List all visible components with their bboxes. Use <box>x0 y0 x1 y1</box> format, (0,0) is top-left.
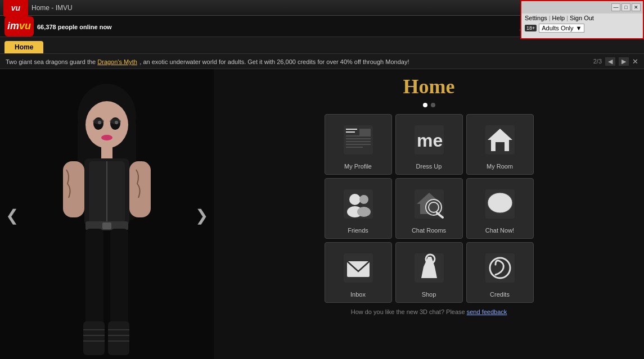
svg-rect-23 <box>83 321 105 355</box>
inbox-label: Inbox <box>350 291 366 298</box>
svg-rect-24 <box>108 321 129 355</box>
logo-text: vu <box>11 3 20 12</box>
nav-bar: Home <box>0 37 644 54</box>
feedback-bar: How do you like the new 3D chat? Please … <box>351 308 507 315</box>
main-content: ❮ <box>0 69 644 359</box>
notification-close-btn[interactable]: ✕ <box>632 57 638 66</box>
svg-rect-20 <box>102 222 111 229</box>
settings-link[interactable]: Settings <box>525 15 547 21</box>
inbox-icon <box>339 248 378 288</box>
svg-rect-32 <box>346 129 357 130</box>
tab-home[interactable]: Home <box>4 41 43 53</box>
grid-item-shop[interactable]: Shop <box>395 242 463 303</box>
dot-1 <box>423 103 427 107</box>
grid-item-chat-now[interactable]: Chat Now! <box>466 178 534 239</box>
dress-up-label: Dress Up <box>416 163 442 170</box>
svg-rect-17 <box>63 161 84 217</box>
filter-dropdown-box[interactable]: Adults Only ▼ <box>539 24 584 33</box>
my-profile-label: My Profile <box>344 163 372 170</box>
title-bar: vu Home - IMVU — □ ✕ Settings | Help | S… <box>0 0 644 16</box>
home-panel: Home <box>214 69 644 359</box>
notification-right: 2/3 ◀ ▶ ✕ <box>593 57 638 66</box>
svg-rect-22 <box>110 229 128 330</box>
svg-rect-34 <box>359 129 371 137</box>
svg-rect-37 <box>346 141 371 142</box>
my-profile-icon <box>339 120 378 160</box>
grid-item-inbox[interactable]: Inbox <box>325 242 392 303</box>
my-room-label: My Room <box>487 163 513 170</box>
shop-icon <box>409 248 449 288</box>
grid-item-dress-up[interactable]: me Dress Up <box>395 114 463 175</box>
filter-label: Adults Only <box>542 25 573 31</box>
dress-up-icon: me <box>409 120 449 160</box>
dropdown-arrow-icon: ▼ <box>576 25 582 31</box>
signout-link[interactable]: Sign Out <box>570 15 594 21</box>
home-title: Home <box>403 75 455 98</box>
top-bar-left: imvu 66,378 people online now <box>4 16 112 37</box>
svg-rect-13 <box>101 146 112 160</box>
svg-point-12 <box>101 135 112 140</box>
grid-item-my-room[interactable]: My Room <box>466 114 534 175</box>
home-grid: My Profile me Dress Up <box>325 114 534 303</box>
chat-rooms-label: Chat Rooms <box>412 227 446 234</box>
friends-label: Friends <box>348 227 368 234</box>
online-count-area: 66,378 people online now <box>37 21 112 31</box>
svg-rect-39 <box>346 147 363 148</box>
friends-icon <box>339 184 378 224</box>
svg-text:me: me <box>417 130 443 151</box>
settings-win-controls: — □ ✕ <box>521 1 643 13</box>
feedback-link[interactable]: send feedback <box>467 308 507 315</box>
settings-close-btn[interactable]: ✕ <box>632 3 641 11</box>
avatar-figure <box>39 80 174 359</box>
svg-rect-38 <box>346 144 371 145</box>
svg-point-49 <box>359 195 368 204</box>
credits-grid-icon <box>480 248 520 288</box>
left-arrow-btn[interactable]: ❮ <box>6 206 19 224</box>
settings-max-btn[interactable]: □ <box>622 3 631 11</box>
title-bar-title: Home - IMVU <box>31 4 73 12</box>
svg-point-11 <box>110 119 121 124</box>
avatar-panel: ❮ <box>0 69 214 359</box>
notification-next-btn[interactable]: ▶ <box>619 57 629 66</box>
dot-2 <box>431 103 435 107</box>
svg-rect-45 <box>496 142 505 151</box>
svg-point-5 <box>85 101 128 148</box>
notification-link[interactable]: Dragon's Myth <box>97 58 137 65</box>
svg-point-50 <box>357 207 371 217</box>
notification-bar: Two giant sea dragons guard the Dragon's… <box>0 54 644 69</box>
svg-rect-36 <box>346 138 371 139</box>
my-room-icon <box>480 120 520 160</box>
svg-rect-21 <box>85 229 103 330</box>
settings-panel: — □ ✕ Settings | Help | Sign Out 18+ Adu… <box>520 0 644 39</box>
grid-item-credits[interactable]: Credits <box>466 242 534 303</box>
svg-rect-35 <box>346 135 371 137</box>
chat-now-label: Chat Now! <box>485 227 514 234</box>
grid-item-chat-rooms[interactable]: Chat Rooms <box>395 178 463 239</box>
page-dots <box>423 103 435 107</box>
online-count: 66,378 people online now <box>37 24 112 30</box>
credits-grid-label: Credits <box>490 291 510 298</box>
imvu-logo-main: imvu <box>4 16 34 37</box>
adults-badge: 18+ <box>525 25 537 31</box>
notification-prev-btn[interactable]: ◀ <box>605 57 615 66</box>
shop-label: Shop <box>422 291 436 298</box>
imvu-logo: vu <box>3 0 28 17</box>
help-link[interactable]: Help <box>552 15 565 21</box>
svg-rect-33 <box>346 131 355 133</box>
svg-point-47 <box>349 194 361 205</box>
grid-item-my-profile[interactable]: My Profile <box>325 114 392 175</box>
chat-now-icon <box>480 184 520 224</box>
logo-main-text: imvu <box>7 20 31 32</box>
settings-links: Settings | Help | Sign Out <box>521 13 643 22</box>
right-arrow-btn[interactable]: ❯ <box>195 206 208 224</box>
notification-text: Two giant sea dragons guard the Dragon's… <box>6 56 409 66</box>
filter-dropdown[interactable]: 18+ Adults Only ▼ <box>525 24 640 33</box>
settings-min-btn[interactable]: — <box>611 3 620 11</box>
notification-page: 2/3 <box>593 58 602 65</box>
grid-item-friends[interactable]: Friends <box>325 178 392 239</box>
svg-point-10 <box>93 119 104 124</box>
chat-rooms-icon <box>409 184 449 224</box>
